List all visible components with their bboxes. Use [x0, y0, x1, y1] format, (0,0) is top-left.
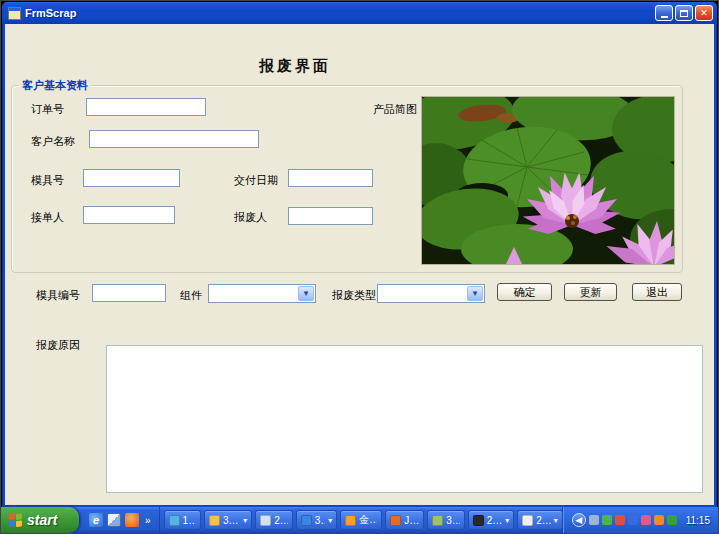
- desktop-screen: FrmScrap ✕ 报废界面 客户基本资料 订单号 产品简图 客户名称 模具号…: [0, 0, 719, 534]
- tray-icon-5[interactable]: [641, 515, 651, 525]
- taskbar-app-button[interactable]: 3...: [427, 510, 464, 530]
- window-title: FrmScrap: [25, 7, 653, 19]
- tray-icon-4[interactable]: [628, 515, 638, 525]
- delivery-date-label: 交付日期: [234, 173, 278, 188]
- taskbar-app-button[interactable]: 1...: [164, 510, 201, 530]
- taskbar-app-button[interactable]: 2 V ▾: [517, 510, 562, 530]
- chevron-down-icon[interactable]: ▼: [467, 286, 483, 301]
- order-taker-label: 接单人: [31, 210, 64, 225]
- taskbar-app-button[interactable]: 金...: [340, 510, 382, 530]
- order-taker-input[interactable]: [83, 206, 175, 224]
- tray-icons: [589, 515, 677, 525]
- minimize-button[interactable]: [655, 5, 673, 21]
- maximize-button[interactable]: [675, 5, 693, 21]
- minimize-icon: [661, 16, 668, 18]
- app-window-icon: [169, 515, 180, 526]
- component-combobox[interactable]: ▼: [208, 284, 316, 303]
- tray-icon-1[interactable]: [589, 515, 599, 525]
- mold-no-input[interactable]: [83, 169, 180, 187]
- customer-name-label: 客户名称: [31, 134, 75, 149]
- image-viewer-icon: [432, 515, 443, 526]
- tray-icon-2[interactable]: [602, 515, 612, 525]
- internet-explorer-icon: [301, 515, 312, 526]
- scrap-person-input[interactable]: [288, 207, 373, 225]
- media-player-icon[interactable]: [125, 513, 139, 527]
- scrap-type-label: 报废类型: [332, 288, 376, 303]
- delivery-date-input[interactable]: [288, 169, 373, 187]
- tray-icon-7[interactable]: [667, 515, 677, 525]
- window-titlebar[interactable]: FrmScrap ✕: [2, 2, 717, 24]
- scrap-reason-label: 报废原因: [36, 338, 80, 353]
- form-client-area: 报废界面 客户基本资料 订单号 产品简图 客户名称 模具号 交付日期 接单人 报…: [5, 24, 714, 505]
- taskbar: start e » 1... 3 W ▾ 2... 3 I ▾ 金... Ji.…: [1, 507, 719, 533]
- scrap-person-label: 报废人: [234, 210, 267, 225]
- groupbox-title: 客户基本资料: [19, 78, 91, 93]
- app-orange-icon: [345, 515, 356, 526]
- scrap-type-combobox[interactable]: ▼: [377, 284, 485, 303]
- hide-tray-icons-chevron[interactable]: ◀: [572, 513, 586, 527]
- chevron-down-icon[interactable]: ▼: [298, 286, 314, 301]
- start-button[interactable]: start: [1, 507, 79, 533]
- tray-icon-3[interactable]: [615, 515, 625, 525]
- folder-icon: [209, 515, 220, 526]
- media-player-icon: [390, 515, 401, 526]
- form-icon: [8, 7, 21, 20]
- page-title: 报废界面: [145, 57, 445, 76]
- system-tray: ◀ 11:15: [563, 507, 719, 533]
- customer-name-input[interactable]: [89, 130, 259, 148]
- tray-icon-6[interactable]: [654, 515, 664, 525]
- exit-button[interactable]: 退出: [632, 283, 682, 301]
- order-no-label: 订单号: [31, 102, 64, 117]
- component-label: 组件: [180, 288, 202, 303]
- product-image-label: 产品简图: [373, 102, 417, 117]
- quick-launch-overflow-chevron[interactable]: »: [143, 515, 153, 526]
- taskbar-app-button[interactable]: 2 Q ▾: [468, 510, 515, 530]
- mold-code-input[interactable]: [92, 284, 166, 302]
- scrap-reason-textarea[interactable]: [106, 345, 703, 493]
- windows-flag-icon: [9, 512, 23, 527]
- qq-icon: [473, 515, 484, 526]
- mold-code-label: 模具编号: [36, 288, 80, 303]
- start-label: start: [27, 512, 57, 528]
- mold-no-label: 模具号: [31, 173, 64, 188]
- close-icon: ✕: [700, 9, 708, 18]
- taskbar-app-button[interactable]: 3 W ▾: [204, 510, 252, 530]
- document-icon: [260, 515, 271, 526]
- update-button[interactable]: 更新: [564, 283, 617, 301]
- app-white-icon: [522, 515, 533, 526]
- quick-launch: e »: [79, 507, 160, 533]
- taskbar-app-button[interactable]: 2...: [255, 510, 292, 530]
- taskbar-app-button[interactable]: 3 I ▾: [296, 510, 338, 530]
- order-no-input[interactable]: [86, 98, 206, 116]
- frmscrap-window: FrmScrap ✕ 报废界面 客户基本资料 订单号 产品简图 客户名称 模具号…: [2, 2, 717, 508]
- taskbar-clock: 11:15: [680, 515, 714, 526]
- taskbar-buttons: 1... 3 W ▾ 2... 3 I ▾ 金... Ji... 3... 2 …: [160, 510, 563, 530]
- taskbar-app-button[interactable]: Ji...: [385, 510, 424, 530]
- product-image: [421, 96, 675, 265]
- maximize-icon: [680, 10, 688, 17]
- internet-explorer-icon[interactable]: e: [89, 513, 103, 527]
- ok-button[interactable]: 确定: [497, 283, 552, 301]
- show-desktop-icon[interactable]: [107, 513, 121, 527]
- close-button[interactable]: ✕: [695, 5, 713, 21]
